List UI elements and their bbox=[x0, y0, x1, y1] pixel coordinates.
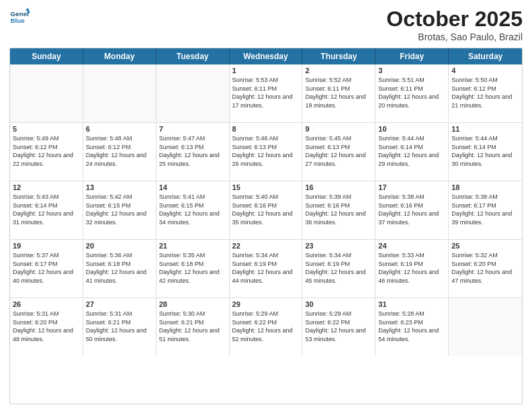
cell-info: Sunrise: 5:29 AM Sunset: 6:22 PM Dayligh… bbox=[232, 310, 300, 343]
cell-info: Sunrise: 5:29 AM Sunset: 6:22 PM Dayligh… bbox=[305, 310, 372, 343]
calendar-cell: 9Sunrise: 5:45 AM Sunset: 6:13 PM Daylig… bbox=[302, 123, 375, 181]
day-number: 22 bbox=[232, 242, 300, 250]
logo: General Blue bbox=[9, 7, 30, 27]
calendar-cell bbox=[10, 64, 83, 122]
calendar-cell: 2Sunrise: 5:52 AM Sunset: 6:11 PM Daylig… bbox=[302, 64, 375, 122]
calendar-header-cell: Monday bbox=[83, 48, 157, 64]
calendar-cell: 12Sunrise: 5:43 AM Sunset: 6:14 PM Dayli… bbox=[10, 181, 83, 239]
day-number: 23 bbox=[305, 242, 372, 250]
svg-text:Blue: Blue bbox=[11, 17, 26, 24]
calendar-row: 1Sunrise: 5:53 AM Sunset: 6:11 PM Daylig… bbox=[10, 64, 522, 123]
day-number: 20 bbox=[86, 242, 153, 250]
calendar-cell: 4Sunrise: 5:50 AM Sunset: 6:12 PM Daylig… bbox=[449, 64, 522, 122]
cell-info: Sunrise: 5:45 AM Sunset: 6:13 PM Dayligh… bbox=[305, 134, 372, 168]
day-number: 28 bbox=[159, 300, 226, 308]
cell-info: Sunrise: 5:36 AM Sunset: 6:18 PM Dayligh… bbox=[86, 251, 153, 285]
calendar-header: SundayMondayTuesdayWednesdayThursdayFrid… bbox=[10, 48, 522, 64]
cell-info: Sunrise: 5:42 AM Sunset: 6:15 PM Dayligh… bbox=[86, 193, 153, 226]
cell-info: Sunrise: 5:41 AM Sunset: 6:15 PM Dayligh… bbox=[159, 193, 226, 226]
day-number: 6 bbox=[86, 125, 153, 133]
calendar-row: 19Sunrise: 5:37 AM Sunset: 6:17 PM Dayli… bbox=[10, 240, 522, 298]
day-number: 24 bbox=[378, 242, 445, 250]
cell-info: Sunrise: 5:30 AM Sunset: 6:21 PM Dayligh… bbox=[159, 310, 226, 343]
day-number: 26 bbox=[13, 300, 80, 308]
day-number: 25 bbox=[451, 242, 519, 250]
svg-marker-2 bbox=[26, 8, 30, 11]
cell-info: Sunrise: 5:35 AM Sunset: 6:18 PM Dayligh… bbox=[159, 251, 226, 285]
day-number: 10 bbox=[378, 125, 445, 133]
cell-info: Sunrise: 5:32 AM Sunset: 6:20 PM Dayligh… bbox=[451, 251, 519, 285]
day-number: 12 bbox=[13, 183, 80, 191]
day-number: 7 bbox=[159, 125, 226, 133]
calendar-cell: 19Sunrise: 5:37 AM Sunset: 6:17 PM Dayli… bbox=[10, 240, 83, 298]
day-number: 1 bbox=[232, 66, 300, 75]
calendar-cell: 8Sunrise: 5:46 AM Sunset: 6:13 PM Daylig… bbox=[230, 123, 303, 181]
svg-text:General: General bbox=[11, 10, 30, 17]
cell-info: Sunrise: 5:34 AM Sunset: 6:19 PM Dayligh… bbox=[305, 251, 372, 285]
calendar-cell: 1Sunrise: 5:53 AM Sunset: 6:11 PM Daylig… bbox=[230, 64, 303, 122]
calendar-row: 12Sunrise: 5:43 AM Sunset: 6:14 PM Dayli… bbox=[10, 181, 522, 240]
calendar-cell: 27Sunrise: 5:31 AM Sunset: 6:21 PM Dayli… bbox=[83, 298, 157, 356]
cell-info: Sunrise: 5:49 AM Sunset: 6:12 PM Dayligh… bbox=[13, 134, 80, 168]
page: General Blue October 2025 Brotas, Sao Pa… bbox=[0, 0, 532, 411]
calendar-cell: 31Sunrise: 5:28 AM Sunset: 6:23 PM Dayli… bbox=[375, 298, 449, 356]
calendar-cell bbox=[449, 298, 522, 356]
calendar-cell: 20Sunrise: 5:36 AM Sunset: 6:18 PM Dayli… bbox=[83, 240, 157, 298]
day-number: 29 bbox=[232, 300, 300, 308]
calendar-cell: 29Sunrise: 5:29 AM Sunset: 6:22 PM Dayli… bbox=[230, 298, 303, 356]
cell-info: Sunrise: 5:47 AM Sunset: 6:13 PM Dayligh… bbox=[159, 134, 226, 168]
day-number: 9 bbox=[305, 125, 372, 133]
calendar-cell bbox=[83, 64, 157, 122]
calendar-cell: 15Sunrise: 5:40 AM Sunset: 6:16 PM Dayli… bbox=[230, 181, 303, 239]
cell-info: Sunrise: 5:53 AM Sunset: 6:11 PM Dayligh… bbox=[232, 76, 300, 109]
calendar-cell bbox=[157, 64, 230, 122]
day-number: 5 bbox=[13, 125, 80, 133]
day-number: 3 bbox=[378, 66, 445, 75]
calendar-row: 26Sunrise: 5:31 AM Sunset: 6:20 PM Dayli… bbox=[10, 298, 522, 356]
day-number: 8 bbox=[232, 125, 300, 133]
cell-info: Sunrise: 5:34 AM Sunset: 6:19 PM Dayligh… bbox=[232, 251, 300, 285]
cell-info: Sunrise: 5:39 AM Sunset: 6:16 PM Dayligh… bbox=[305, 193, 372, 226]
cell-info: Sunrise: 5:44 AM Sunset: 6:14 PM Dayligh… bbox=[378, 134, 445, 168]
cell-info: Sunrise: 5:28 AM Sunset: 6:23 PM Dayligh… bbox=[378, 310, 445, 343]
day-number: 2 bbox=[305, 66, 372, 75]
calendar-cell: 14Sunrise: 5:41 AM Sunset: 6:15 PM Dayli… bbox=[157, 181, 230, 239]
day-number: 21 bbox=[159, 242, 226, 250]
calendar-cell: 22Sunrise: 5:34 AM Sunset: 6:19 PM Dayli… bbox=[230, 240, 303, 298]
cell-info: Sunrise: 5:46 AM Sunset: 6:13 PM Dayligh… bbox=[232, 134, 300, 168]
calendar-cell: 11Sunrise: 5:44 AM Sunset: 6:14 PM Dayli… bbox=[449, 123, 522, 181]
day-number: 18 bbox=[451, 183, 519, 191]
calendar-header-cell: Tuesday bbox=[157, 48, 230, 64]
cell-info: Sunrise: 5:40 AM Sunset: 6:16 PM Dayligh… bbox=[232, 193, 300, 226]
cell-info: Sunrise: 5:44 AM Sunset: 6:14 PM Dayligh… bbox=[451, 134, 519, 168]
calendar-header-cell: Thursday bbox=[302, 48, 375, 64]
day-number: 27 bbox=[86, 300, 153, 308]
day-number: 31 bbox=[378, 300, 445, 308]
cell-info: Sunrise: 5:37 AM Sunset: 6:17 PM Dayligh… bbox=[13, 251, 80, 285]
cell-info: Sunrise: 5:31 AM Sunset: 6:21 PM Dayligh… bbox=[86, 310, 153, 343]
cell-info: Sunrise: 5:43 AM Sunset: 6:14 PM Dayligh… bbox=[13, 193, 80, 226]
day-number: 15 bbox=[232, 183, 300, 191]
day-number: 17 bbox=[378, 183, 445, 191]
day-number: 4 bbox=[451, 66, 519, 75]
day-number: 13 bbox=[86, 183, 153, 191]
day-number: 30 bbox=[305, 300, 372, 308]
calendar-cell: 24Sunrise: 5:33 AM Sunset: 6:19 PM Dayli… bbox=[375, 240, 449, 298]
day-number: 16 bbox=[305, 183, 372, 191]
cell-info: Sunrise: 5:50 AM Sunset: 6:12 PM Dayligh… bbox=[451, 76, 519, 109]
calendar-cell: 13Sunrise: 5:42 AM Sunset: 6:15 PM Dayli… bbox=[83, 181, 157, 239]
day-number: 19 bbox=[13, 242, 80, 250]
calendar-cell: 25Sunrise: 5:32 AM Sunset: 6:20 PM Dayli… bbox=[449, 240, 522, 298]
calendar-header-cell: Wednesday bbox=[230, 48, 303, 64]
cell-info: Sunrise: 5:38 AM Sunset: 6:16 PM Dayligh… bbox=[378, 193, 445, 226]
calendar-cell: 7Sunrise: 5:47 AM Sunset: 6:13 PM Daylig… bbox=[157, 123, 230, 181]
calendar-cell: 30Sunrise: 5:29 AM Sunset: 6:22 PM Dayli… bbox=[302, 298, 375, 356]
main-title: October 2025 bbox=[386, 7, 523, 32]
calendar-cell: 16Sunrise: 5:39 AM Sunset: 6:16 PM Dayli… bbox=[302, 181, 375, 239]
calendar-cell: 17Sunrise: 5:38 AM Sunset: 6:16 PM Dayli… bbox=[375, 181, 449, 239]
calendar-cell: 18Sunrise: 5:38 AM Sunset: 6:17 PM Dayli… bbox=[449, 181, 522, 239]
header: General Blue October 2025 Brotas, Sao Pa… bbox=[9, 7, 523, 42]
calendar-body: 1Sunrise: 5:53 AM Sunset: 6:11 PM Daylig… bbox=[10, 64, 522, 356]
calendar-cell: 5Sunrise: 5:49 AM Sunset: 6:12 PM Daylig… bbox=[10, 123, 83, 181]
calendar-header-cell: Friday bbox=[375, 48, 449, 64]
